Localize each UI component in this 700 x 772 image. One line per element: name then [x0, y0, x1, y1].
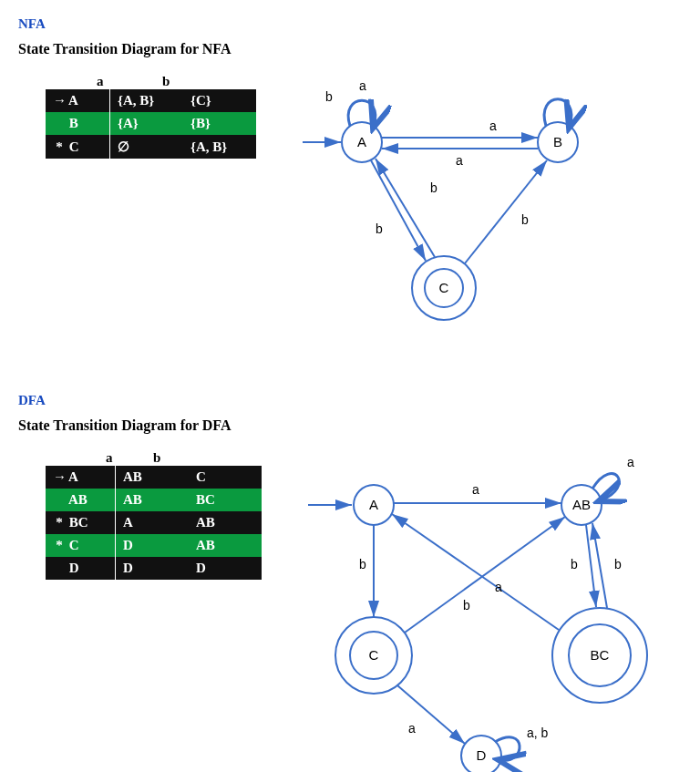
edge-a-c-label: b — [359, 557, 366, 571]
edge-c-b — [465, 160, 547, 263]
start-marker: → — [53, 93, 66, 108]
cell-a: D — [116, 534, 190, 557]
cell-a: {A, B} — [110, 89, 184, 112]
edge-a-loop-label: a — [359, 78, 366, 93]
cell-a: D — [116, 557, 190, 580]
state-label: AB — [68, 492, 88, 507]
table-row: * C ∅ {A, B} — [46, 135, 256, 159]
table-row: → A {A, B} {C} — [46, 89, 256, 112]
edge-ca-label: b — [430, 180, 438, 195]
state-label: A — [68, 469, 78, 484]
edge-bc-a — [392, 514, 559, 630]
table-row: * C D AB — [46, 534, 262, 557]
edge-ab-bc-label: b — [571, 557, 578, 571]
nfa-col-a: a — [97, 74, 162, 89]
edge-c-ab — [405, 517, 565, 633]
edge-b-loop-label: b — [325, 89, 333, 104]
state-label: A — [68, 93, 78, 108]
dfa-heading: DFA — [18, 393, 682, 408]
edge-bc-a-label: a — [495, 580, 502, 594]
cell-b: {B} — [183, 112, 256, 135]
nfa-subtitle: State Transition Diagram for NFA — [18, 41, 682, 57]
state-label: B — [69, 116, 78, 130]
edge-ba-label: a — [456, 153, 463, 168]
cell-a: ∅ — [110, 135, 184, 159]
cell-b: {C} — [183, 89, 256, 112]
state-label: D — [69, 561, 79, 575]
nfa-table: → A {A, B} {C} B {A} {B} * C ∅ {A, B} — [46, 89, 257, 159]
edge-a-c — [371, 160, 426, 261]
start-marker: → — [53, 469, 66, 485]
cell-b: {A, B} — [183, 135, 256, 159]
state-d-label: D — [476, 747, 486, 763]
state-label: C — [69, 139, 79, 154]
edge-d-loop-label: a, b — [527, 726, 549, 740]
table-row: AB AB BC — [46, 489, 262, 511]
table-row: B {A} {B} — [46, 112, 256, 135]
accept-marker: * — [53, 139, 66, 155]
dfa-table-wrap: a b → A AB C AB AB BC * BC A AB * C D — [46, 450, 262, 580]
edge-ab-loop-label: a — [627, 455, 634, 469]
nfa-block: a b → A {A, B} {C} B {A} {B} * C ∅ {A, B… — [18, 74, 682, 356]
table-row: → A AB C — [46, 466, 262, 489]
edge-a-ab-label: a — [472, 482, 479, 497]
cell-b: AB — [189, 534, 262, 557]
edge-c-a — [376, 159, 435, 257]
cell-a: A — [116, 511, 190, 534]
nfa-heading: NFA — [18, 16, 682, 32]
accept-marker: * — [53, 515, 66, 530]
state-bc-label: BC — [590, 647, 609, 663]
state-c-label: C — [438, 280, 448, 295]
table-row: D D D — [46, 557, 262, 580]
dfa-block: a b → A AB C AB AB BC * BC A AB * C D — [18, 450, 682, 772]
dfa-col-headers: a b — [46, 450, 262, 466]
edge-ab-loop — [592, 474, 619, 500]
nfa-col-b: b — [162, 74, 228, 89]
cell-a: AB — [116, 466, 190, 489]
cell-b: BC — [189, 489, 262, 511]
state-a-label: A — [356, 134, 365, 149]
cell-a: AB — [116, 489, 190, 511]
edge-cb-label: b — [521, 212, 529, 227]
nfa-diagram: A B C a b a a b b b — [284, 74, 649, 356]
edge-ab-label: a — [489, 118, 497, 133]
cell-b: AB — [189, 511, 262, 534]
state-a-label: A — [368, 497, 377, 512]
nfa-table-wrap: a b → A {A, B} {C} B {A} {B} * C ∅ {A, B… — [46, 74, 257, 159]
nfa-col-headers: a b — [46, 74, 257, 89]
edge-bc-ab-label: b — [614, 557, 622, 571]
state-label: C — [69, 538, 79, 552]
dfa-col-a: a — [106, 450, 153, 466]
cell-b: C — [189, 466, 262, 489]
dfa-table: → A AB C AB AB BC * BC A AB * C D AB D — [46, 466, 262, 580]
cell-a: {A} — [110, 112, 184, 135]
edge-c-d-label: a — [408, 721, 416, 736]
state-ab-label: AB — [571, 497, 590, 512]
edge-d-loop — [495, 737, 520, 761]
cell-b: D — [189, 557, 262, 580]
accept-marker: * — [53, 538, 66, 553]
dfa-diagram: A AB C BC D a a b b b a b a a, b — [290, 450, 682, 772]
table-row: * BC A AB — [46, 511, 262, 534]
state-c-label: C — [368, 647, 378, 663]
edge-c-ab-label: b — [463, 598, 470, 612]
edge-ac-label: b — [376, 221, 383, 236]
state-label: BC — [69, 515, 88, 530]
dfa-subtitle: State Transition Diagram for DFA — [18, 417, 682, 434]
dfa-col-b: b — [153, 450, 201, 466]
state-b-label: B — [552, 134, 561, 149]
